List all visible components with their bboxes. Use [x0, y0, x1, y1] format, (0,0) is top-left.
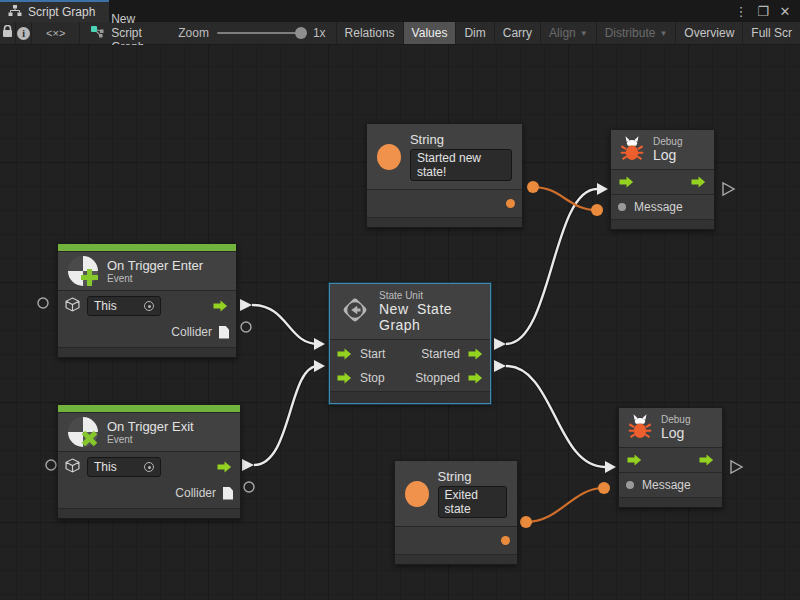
graph-canvas[interactable]: String Started new state! Debug Log — [0, 45, 800, 600]
node-title: On Trigger Enter — [107, 258, 203, 273]
message-input-port[interactable] — [626, 481, 634, 489]
stop-in-port[interactable] — [337, 372, 352, 384]
fullscreen-button[interactable]: Full Scr — [743, 22, 800, 44]
wire-arrowhead — [597, 183, 608, 195]
wire-start-triangle — [494, 360, 506, 372]
wire-arrowhead — [605, 461, 616, 473]
menu-dots-icon[interactable]: ⋮ — [732, 4, 750, 19]
relations-toggle[interactable]: Relations — [337, 22, 404, 44]
object-picker-icon[interactable] — [144, 462, 154, 472]
unconnected-port[interactable] — [244, 482, 254, 492]
node-on-trigger-enter[interactable]: On Trigger Enter Event This Collider — [57, 243, 237, 358]
collider-type-icon[interactable] — [219, 326, 229, 339]
gameobject-cube-icon[interactable] — [65, 458, 80, 476]
unconnected-port[interactable] — [46, 460, 56, 470]
chevron-down-icon: ▼ — [580, 29, 588, 38]
target-object-field[interactable]: This — [87, 457, 161, 477]
string-value-text: Exited state — [445, 488, 500, 516]
node-footer — [619, 498, 722, 507]
unconnected-port[interactable] — [38, 298, 48, 308]
flow-out-port[interactable] — [212, 300, 229, 312]
zoom-slider-knob[interactable] — [295, 27, 307, 39]
stopped-out-port[interactable] — [468, 372, 483, 384]
unconnected-port[interactable] — [241, 322, 251, 332]
carry-toggle[interactable]: Carry — [495, 22, 541, 44]
inspect-button[interactable]: i — [16, 22, 32, 44]
wire-arrowhead — [314, 360, 325, 372]
message-input-port[interactable] — [618, 203, 626, 211]
dim-toggle[interactable]: Dim — [456, 22, 494, 44]
flow-in-port[interactable] — [626, 454, 643, 466]
flow-continue-triangle — [731, 461, 742, 473]
zoom-slider[interactable] — [217, 32, 305, 34]
node-debug-log-top[interactable]: Debug Log Message — [610, 129, 715, 230]
flow-out-port[interactable] — [698, 454, 715, 466]
node-subtitle: Debug — [653, 136, 682, 147]
tab-title: Script Graph — [28, 5, 95, 19]
node-string-bottom[interactable]: String Exited state — [394, 460, 518, 565]
string-value-input[interactable]: Started new state! — [410, 149, 512, 181]
flow-continue-triangle — [723, 183, 734, 195]
string-output-port[interactable] — [501, 536, 510, 545]
wire-start-triangle — [494, 338, 506, 350]
node-title: String — [410, 132, 512, 147]
overview-button[interactable]: Overview — [676, 22, 743, 44]
wire-stopped-debug[interactable] — [506, 366, 605, 467]
node-footer — [330, 392, 490, 403]
wire-value-dot — [591, 204, 603, 216]
trigger-exit-icon — [68, 417, 98, 447]
maximize-icon[interactable]: ❐ — [754, 4, 772, 19]
port-label: Message — [642, 478, 691, 492]
plus-icon — [81, 269, 98, 286]
wire-value-dot — [527, 181, 539, 193]
node-footer — [367, 218, 522, 227]
target-object-value: This — [94, 299, 117, 313]
port-label: Collider — [175, 486, 216, 500]
flow-in-port[interactable] — [618, 176, 635, 188]
node-string-top[interactable]: String Started new state! — [366, 123, 523, 228]
node-subtitle: Debug — [661, 414, 690, 425]
state-unit-icon — [340, 295, 370, 328]
wire-start-triangle — [242, 459, 254, 471]
wire-value-dot — [520, 516, 532, 528]
tab-script-graph[interactable]: Script Graph — [0, 0, 109, 22]
node-subtitle: Event — [107, 434, 194, 445]
node-on-trigger-exit[interactable]: On Trigger Exit Event This Collider — [57, 404, 241, 519]
align-dropdown[interactable]: Align ▼ — [541, 22, 597, 44]
flow-out-port[interactable] — [690, 176, 707, 188]
string-value-input[interactable]: Exited state — [438, 486, 507, 518]
node-subtitle: Event — [107, 273, 203, 284]
event-color-bar — [58, 405, 240, 412]
node-state-unit[interactable]: State Unit New State Graph Start Started… — [329, 283, 491, 404]
chevron-down-icon: ▼ — [659, 29, 667, 38]
node-title: Log — [653, 147, 682, 163]
object-picker-icon[interactable] — [144, 301, 154, 311]
port-label: Message — [634, 200, 683, 214]
wire-exit-stop[interactable] — [254, 366, 318, 465]
graph-breadcrumb[interactable]: New Script Graph — [80, 22, 174, 44]
start-in-port[interactable] — [337, 348, 352, 360]
code-icon: <×> — [46, 27, 65, 39]
zoom-value: 1x — [313, 26, 326, 40]
gameobject-cube-icon[interactable] — [65, 297, 80, 315]
string-literal-icon — [405, 481, 429, 507]
collider-type-icon[interactable] — [223, 487, 233, 500]
wire-string-message-bottom[interactable] — [526, 488, 604, 522]
distribute-dropdown[interactable]: Distribute ▼ — [597, 22, 677, 44]
string-output-port[interactable] — [506, 199, 515, 208]
node-debug-log-bottom[interactable]: Debug Log Message — [618, 407, 723, 508]
string-value-text: Started new state! — [417, 151, 505, 179]
hierarchy-icon — [8, 5, 22, 20]
started-out-port[interactable] — [468, 348, 483, 360]
bug-icon — [628, 413, 652, 442]
target-object-field[interactable]: This — [87, 296, 161, 316]
info-icon: i — [17, 27, 30, 40]
values-toggle[interactable]: Values — [404, 22, 457, 44]
node-footer — [611, 220, 714, 229]
lock-button[interactable] — [0, 22, 16, 44]
node-title: String — [438, 469, 507, 484]
close-icon[interactable]: ✕ — [776, 4, 794, 19]
graph-icon — [90, 25, 105, 41]
code-view-button[interactable]: <×> — [32, 22, 80, 44]
flow-out-port[interactable] — [216, 461, 233, 473]
